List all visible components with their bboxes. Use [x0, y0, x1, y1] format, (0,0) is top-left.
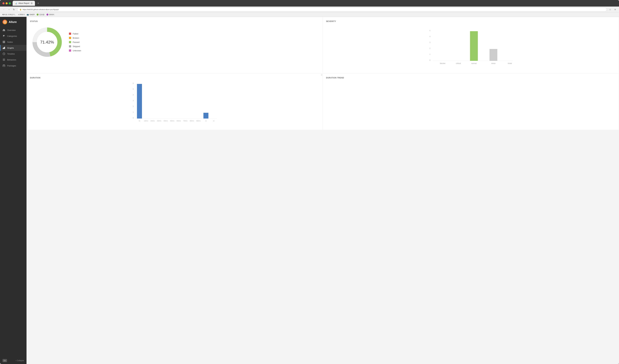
failed-color-dot [69, 33, 71, 35]
bookmark-button[interactable]: ☆ [608, 8, 612, 11]
sidebar-item-categories[interactable]: Categories [0, 33, 27, 39]
bookmark-item-2[interactable]: 시작하기 [18, 14, 25, 16]
status-title: STATUS [30, 20, 320, 22]
severity-card: SEVERITY 0 1 2 3 4 5 [323, 17, 619, 73]
svg-rect-10 [3, 60, 5, 60]
bar-chart-icon [2, 46, 5, 49]
active-tab[interactable]: 📊 Allure Report ✕ [13, 1, 35, 6]
drag-handle-icon[interactable]: ⠿ [321, 74, 323, 77]
browser-window: 📊 Allure Report ✕ + ← → ↻ 🔒 https://lsb5… [0, 0, 619, 364]
duration-title: DURATION [30, 77, 320, 79]
bookmark-item-4[interactable]: 🟢 인프런 [37, 14, 44, 16]
sidebar-label-timeline: Timeline [7, 53, 15, 55]
svg-rect-9 [3, 59, 5, 59]
unknown-color-dot [69, 49, 71, 52]
main-content: STATUS [27, 17, 619, 364]
broken-color-dot [69, 37, 71, 39]
logo-icon [2, 20, 7, 24]
legend-passed: Passed [69, 41, 81, 43]
app-content: Allure Overview [0, 17, 619, 364]
forward-button[interactable]: → [7, 8, 11, 11]
title-bar: 📊 Allure Report ✕ + [0, 0, 619, 7]
status-legend: Failed Broken Passed [69, 33, 81, 52]
sidebar-item-suites[interactable]: Suites [0, 39, 27, 45]
package-icon [2, 64, 5, 67]
bookmark-item-1[interactable]: 북마크 가져오기... [2, 14, 16, 16]
sidebar-item-packages[interactable]: Packages [0, 63, 27, 69]
sidebar-nav: Overview Categories [0, 27, 27, 357]
svg-text:normal: normal [471, 62, 477, 64]
reload-button[interactable]: ↻ [12, 8, 16, 11]
svg-text:200ms: 200ms [150, 120, 155, 122]
collapse-button[interactable]: ‹ Collapse [15, 360, 24, 362]
sidebar-label-categories: Categories [7, 35, 17, 37]
maximize-button[interactable] [9, 2, 11, 4]
failed-label: Failed [73, 33, 78, 35]
svg-text:3: 3 [429, 42, 430, 43]
svg-text:4: 4 [429, 36, 430, 37]
svg-text:400ms: 400ms [164, 120, 168, 122]
svg-text:trivial: trivial [508, 62, 512, 64]
svg-rect-51 [203, 113, 208, 119]
severity-chart-container: 0 1 2 3 4 5 blocker critical [326, 25, 616, 70]
logo-text: Allure [9, 20, 17, 24]
svg-text:100ms: 100ms [144, 120, 148, 122]
language-button[interactable]: En [2, 359, 7, 362]
svg-text:900ms: 900ms [196, 120, 201, 122]
legend-skipped: Skipped [69, 45, 81, 48]
sidebar-item-behaviors[interactable]: Behaviors [0, 57, 27, 63]
sidebar-label-behaviors: Behaviors [7, 59, 16, 61]
list-icon [2, 58, 5, 61]
traffic-lights [2, 2, 11, 4]
sidebar-label-overview: Overview [7, 29, 16, 31]
tab-close-button[interactable]: ✕ [30, 2, 33, 4]
svg-text:0: 0 [133, 117, 134, 119]
svg-text:1: 1 [133, 111, 134, 113]
sidebar-item-overview[interactable]: Overview [0, 27, 27, 33]
passed-label: Passed [73, 41, 79, 43]
svg-rect-4 [4, 42, 5, 43]
svg-text:5: 5 [429, 30, 430, 31]
bookmark-item-3[interactable]: 📺 따배쿠 [27, 14, 35, 16]
svg-rect-6 [4, 47, 4, 49]
sidebar-label-graphs: Graphs [7, 47, 14, 49]
duration-trend-card: DURATION TREND [323, 74, 619, 130]
svg-rect-3 [3, 42, 4, 43]
svg-rect-11 [3, 60, 5, 61]
url-bar[interactable]: 🔒 https://lsb530.github.io/kotest-allure… [17, 7, 607, 12]
passed-color-dot [69, 41, 71, 43]
svg-text:0s: 0s [139, 120, 140, 122]
status-content: 71.42% Failed Broken [30, 25, 320, 59]
close-button[interactable] [2, 2, 4, 4]
legend-failed: Failed [69, 33, 81, 35]
minimize-button[interactable] [6, 2, 8, 4]
svg-text:700ms: 700ms [183, 120, 187, 122]
home-icon [2, 29, 5, 31]
dashboard-grid: STATUS [27, 17, 619, 130]
flag-icon [2, 35, 5, 37]
unknown-label: Unknown [73, 49, 81, 52]
sidebar: Allure Overview [0, 17, 27, 364]
sidebar-label-packages: Packages [7, 65, 16, 67]
back-button[interactable]: ← [2, 8, 6, 11]
new-tab-button[interactable]: + [36, 1, 40, 5]
clock-icon [2, 52, 5, 55]
svg-text:2: 2 [429, 47, 430, 49]
sidebar-item-graphs[interactable]: Graphs [0, 45, 27, 51]
severity-svg: 0 1 2 3 4 5 blocker critical [326, 25, 616, 67]
svg-text:2: 2 [133, 106, 134, 107]
svg-rect-14 [3, 65, 4, 66]
status-card: STATUS [27, 17, 323, 73]
sidebar-logo: Allure [0, 17, 27, 27]
svg-text:critical: critical [456, 62, 461, 64]
nav-bar: ← → ↻ 🔒 https://lsb530.github.io/kotest-… [0, 7, 619, 13]
svg-rect-40 [137, 84, 142, 119]
svg-text:5: 5 [133, 88, 134, 90]
svg-text:blocker: blocker [440, 62, 446, 64]
bookmark-item-5[interactable]: 🟣 유데미 [46, 14, 54, 16]
menu-button[interactable]: ≡ [613, 8, 617, 11]
duration-svg: 0 1 2 3 4 5 6 0s [30, 81, 320, 125]
sidebar-item-timeline[interactable]: Timeline [0, 51, 27, 57]
duration-trend-title: DURATION TREND [326, 77, 616, 79]
svg-text:1s: 1s [205, 120, 207, 122]
